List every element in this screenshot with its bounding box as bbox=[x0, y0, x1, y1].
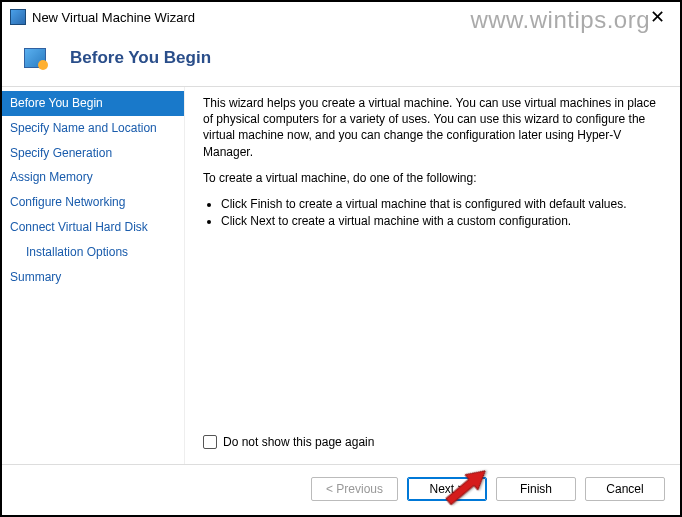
window-title: New Virtual Machine Wizard bbox=[32, 10, 642, 25]
title-bar: New Virtual Machine Wizard ✕ bbox=[2, 2, 680, 32]
sidebar-item-connect-vhd[interactable]: Connect Virtual Hard Disk bbox=[2, 215, 184, 240]
page-title: Before You Begin bbox=[70, 48, 211, 68]
sidebar-item-specify-name[interactable]: Specify Name and Location bbox=[2, 116, 184, 141]
list-item: Click Finish to create a virtual machine… bbox=[221, 196, 660, 212]
finish-button[interactable]: Finish bbox=[496, 477, 576, 501]
button-bar: < Previous Next > Finish Cancel bbox=[2, 464, 680, 515]
sidebar-item-label: Specify Generation bbox=[10, 146, 112, 160]
sidebar-item-label: Specify Name and Location bbox=[10, 121, 157, 135]
instruction-list: Click Finish to create a virtual machine… bbox=[203, 196, 660, 230]
sidebar-item-configure-networking[interactable]: Configure Networking bbox=[2, 190, 184, 215]
sidebar-item-label: Connect Virtual Hard Disk bbox=[10, 220, 148, 234]
sidebar-item-label: Summary bbox=[10, 270, 61, 284]
wizard-steps-sidebar: Before You Begin Specify Name and Locati… bbox=[2, 87, 184, 464]
sidebar-item-summary[interactable]: Summary bbox=[2, 265, 184, 290]
wizard-icon bbox=[24, 48, 46, 68]
checkbox-label: Do not show this page again bbox=[223, 434, 374, 450]
sidebar-item-before-you-begin[interactable]: Before You Begin bbox=[2, 91, 184, 116]
header-section: Before You Begin bbox=[2, 32, 680, 86]
app-icon bbox=[10, 9, 26, 25]
sidebar-item-assign-memory[interactable]: Assign Memory bbox=[2, 165, 184, 190]
main-panel: This wizard helps you create a virtual m… bbox=[184, 87, 680, 464]
previous-button: < Previous bbox=[311, 477, 398, 501]
cancel-button[interactable]: Cancel bbox=[585, 477, 665, 501]
sidebar-item-specify-generation[interactable]: Specify Generation bbox=[2, 141, 184, 166]
sidebar-item-label: Before You Begin bbox=[10, 96, 103, 110]
content-row: Before You Begin Specify Name and Locati… bbox=[2, 86, 680, 464]
wizard-window: New Virtual Machine Wizard ✕ www.wintips… bbox=[2, 2, 680, 515]
do-not-show-checkbox[interactable]: Do not show this page again bbox=[203, 434, 660, 456]
next-button[interactable]: Next > bbox=[407, 477, 487, 501]
instruction-paragraph: To create a virtual machine, do one of t… bbox=[203, 170, 660, 186]
list-item: Click Next to create a virtual machine w… bbox=[221, 213, 660, 229]
intro-paragraph: This wizard helps you create a virtual m… bbox=[203, 95, 660, 160]
sidebar-item-installation-options[interactable]: Installation Options bbox=[2, 240, 184, 265]
checkbox-icon[interactable] bbox=[203, 435, 217, 449]
sidebar-item-label: Assign Memory bbox=[10, 170, 93, 184]
close-icon[interactable]: ✕ bbox=[642, 2, 672, 32]
sidebar-item-label: Installation Options bbox=[26, 245, 128, 259]
sidebar-item-label: Configure Networking bbox=[10, 195, 125, 209]
